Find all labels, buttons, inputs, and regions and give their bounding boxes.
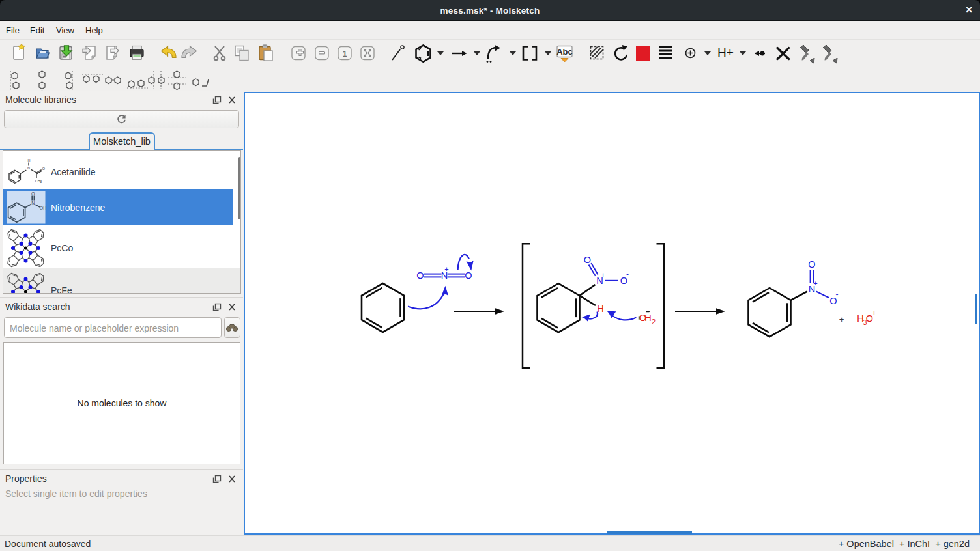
svg-text:O: O — [416, 270, 424, 281]
svg-text:H+: H+ — [717, 46, 734, 59]
svg-text:+: + — [601, 271, 605, 279]
svg-text:1: 1 — [343, 49, 347, 59]
svg-text:O: O — [42, 167, 46, 171]
svg-text:+: + — [839, 315, 844, 324]
svg-text:H: H — [28, 158, 31, 162]
svg-text:-: - — [626, 270, 629, 279]
svg-text:O: O — [31, 191, 35, 196]
svg-text:3: 3 — [40, 180, 42, 184]
svg-text:2: 2 — [652, 318, 656, 326]
svg-text:+: + — [872, 309, 876, 317]
svg-text:+: + — [444, 265, 448, 273]
svg-text:H: H — [644, 313, 651, 323]
svg-text:Abc: Abc — [556, 47, 573, 57]
svg-text:N: N — [27, 166, 30, 170]
svg-text:O: O — [465, 270, 472, 281]
svg-text:H: H — [597, 304, 603, 314]
svg-text:O: O — [808, 259, 815, 270]
svg-text:OH: OH — [40, 206, 47, 210]
svg-text:N: N — [31, 201, 35, 205]
svg-text:O: O — [584, 255, 591, 265]
svg-text:-: - — [836, 290, 839, 299]
